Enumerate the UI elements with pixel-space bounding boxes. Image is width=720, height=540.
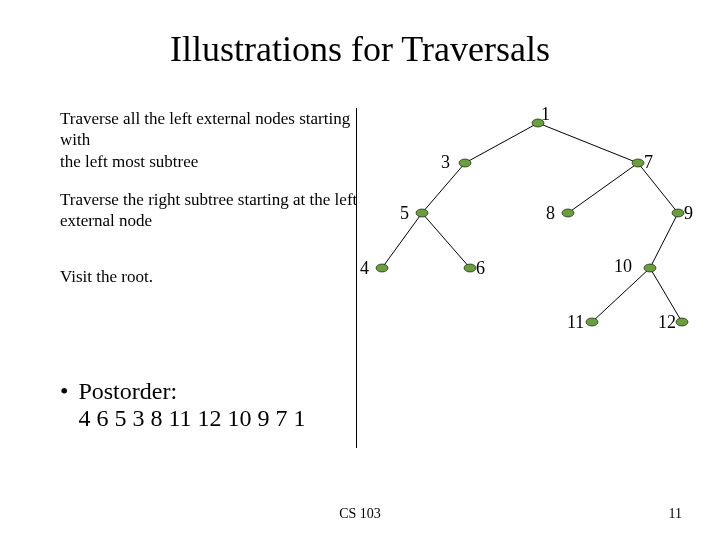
bullet-dot-icon: • (60, 378, 68, 404)
node-6: 6 (476, 258, 485, 279)
node-8: 8 (546, 203, 555, 224)
node-11: 11 (567, 312, 584, 333)
node-10: 10 (614, 256, 632, 277)
step-1-line-1: Traverse all the left external nodes sta… (60, 108, 360, 151)
svg-line-0 (465, 123, 538, 163)
step-2-line-1: Traverse the right subtree starting at t… (60, 189, 360, 210)
svg-point-16 (376, 264, 388, 272)
svg-point-17 (464, 264, 476, 272)
node-9: 9 (684, 203, 693, 224)
postorder-label: Postorder: (78, 378, 305, 405)
footer-page-number: 11 (669, 506, 682, 522)
tree-svg (360, 100, 700, 370)
node-1: 1 (541, 104, 550, 125)
tree-diagram: 1 3 7 5 8 9 4 6 10 11 12 (360, 100, 700, 370)
node-5: 5 (400, 203, 409, 224)
svg-line-1 (538, 123, 638, 163)
svg-point-11 (459, 159, 471, 167)
step-1-line-2: the left most subtree (60, 151, 360, 172)
step-1: Traverse all the left external nodes sta… (60, 108, 360, 172)
svg-line-5 (568, 163, 638, 213)
svg-line-4 (422, 213, 470, 268)
node-12: 12 (658, 312, 676, 333)
node-3: 3 (441, 152, 450, 173)
svg-point-13 (416, 209, 428, 217)
node-7: 7 (644, 152, 653, 173)
step-2: Traverse the right subtree starting at t… (60, 189, 360, 232)
svg-point-14 (562, 209, 574, 217)
svg-point-18 (644, 264, 656, 272)
postorder-sequence: 4 6 5 3 8 11 12 10 9 7 1 (78, 405, 305, 432)
page-title: Illustrations for Traversals (0, 28, 720, 70)
step-3: Visit the root. (60, 266, 153, 287)
svg-point-15 (672, 209, 684, 217)
node-4: 4 (360, 258, 369, 279)
svg-line-7 (650, 213, 678, 268)
svg-point-19 (586, 318, 598, 326)
postorder-bullet: • Postorder: 4 6 5 3 8 11 12 10 9 7 1 (60, 378, 306, 432)
svg-point-12 (632, 159, 644, 167)
step-2-line-2: external node (60, 210, 360, 231)
footer-course: CS 103 (0, 506, 720, 522)
svg-point-20 (676, 318, 688, 326)
